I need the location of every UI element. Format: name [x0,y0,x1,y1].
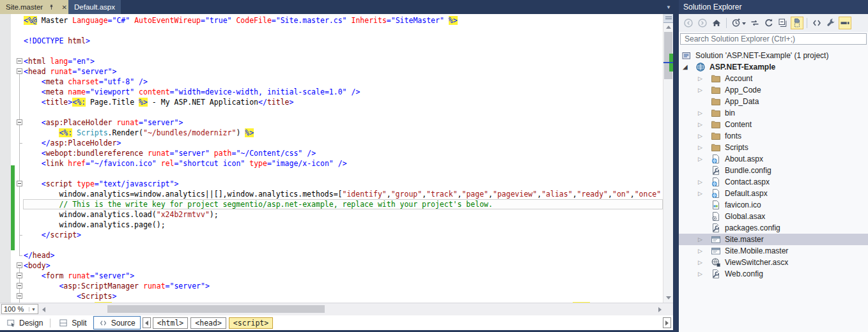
expand-arrow-icon[interactable]: ▷ [698,155,702,163]
code-line-18[interactable]: window.analytics=window.analytics||[],wi… [24,189,661,199]
show-all-files-icon[interactable] [791,17,803,29]
breadcrumb-scroll-right-button[interactable] [663,317,671,328]
tree-item-asp-net-example[interactable]: ◢ASP.NET-Example [679,61,868,73]
code-line-21[interactable]: window.analytics.page(); [24,220,166,230]
code-line-15[interactable]: <link href="~/favicon.ico" rel="shortcut… [24,158,347,169]
expand-arrow-icon[interactable]: ▷ [698,132,702,140]
tree-item-about-aspx[interactable]: ▷About.aspx [679,153,868,165]
pin-icon[interactable] [47,3,56,11]
solution-explorer-search-input[interactable]: Search Solution Explorer (Ctrl+;) [680,33,867,45]
document-well-dropdown-icon[interactable]: ▼ [666,4,671,10]
close-icon[interactable]: ✕ [60,3,68,11]
tree-item-label: Content [725,120,752,129]
tree-item-scripts[interactable]: ▷Scripts [679,142,868,153]
back-icon[interactable] [682,17,695,29]
preview-selected-icon[interactable] [839,17,851,29]
code-line-13[interactable]: </asp:PlaceHolder> [24,138,121,148]
collapse-arrow-icon[interactable]: ◢ [683,63,688,72]
code-line-20[interactable]: window.analytics.load("x24b2rmtvv"); [24,209,219,220]
view-code-icon[interactable] [810,17,823,29]
home-icon[interactable] [710,17,723,29]
tree-item-solution-asp-net-example-1-project[interactable]: Solution 'ASP.NET-Example' (1 project) [679,50,868,61]
split-icon [59,318,68,328]
code-line-19[interactable]: // This is the write key for project seg… [24,199,493,209]
tree-item-label: Site.master [725,235,764,244]
editor-vertical-scrollbar[interactable] [663,14,673,303]
expand-arrow-icon[interactable]: ▷ [698,258,702,267]
tab-site-master[interactable]: Site.master ✕ [0,0,74,14]
tree-item-packages-config[interactable]: packages.config [679,222,868,234]
tree-item-favicon-ico[interactable]: favicon.ico [679,199,868,211]
expand-arrow-icon[interactable]: ▷ [698,177,702,186]
tree-item-account[interactable]: ▷Account [679,73,868,84]
scroll-down-icon[interactable] [666,296,671,299]
scroll-right-icon[interactable] [658,307,662,312]
history-icon[interactable] [730,17,743,29]
tree-item-site-mobile-master[interactable]: ▷Site.Mobile.master [679,245,868,257]
code-editor[interactable]: <%@ Master Language="C#" AutoEventWireup… [0,14,673,303]
code-line-14[interactable]: <webopt:bundlereference runat="server" p… [24,148,316,158]
code-line-22[interactable]: </script> [24,230,81,240]
tab-default-aspx[interactable]: Default.aspx [68,0,121,14]
tree-item-web-config[interactable]: ▷Web.config [679,268,868,280]
code-line-7[interactable]: <meta charset="utf-8" /> [24,77,148,87]
expand-arrow-icon[interactable]: ▷ [698,86,702,94]
code-line-12[interactable]: <%: Scripts.Render("~/bundles/modernizr"… [24,128,254,138]
expand-arrow-icon[interactable]: ▷ [698,235,702,244]
code-line-5[interactable]: <html lang="en"> [24,56,95,66]
tree-item-app-code[interactable]: ▷App_Code [679,84,868,96]
sync-with-active-document-icon[interactable] [748,17,761,29]
code-line-3[interactable]: <!DOCTYPE html> [24,36,90,46]
code-line-1[interactable]: <%@ Master Language="C#" AutoEventWireup… [24,15,458,26]
code-line-17[interactable]: <script type="text/javascript"> [24,179,178,189]
expand-arrow-icon[interactable]: ▷ [698,109,702,117]
horizontal-scroll-thumb[interactable] [107,305,325,313]
expand-arrow-icon[interactable]: ▷ [698,143,702,152]
tree-item-content[interactable]: ▷Content [679,119,868,130]
code-line-24[interactable]: </head> [24,250,55,260]
breadcrumb-tag-chip[interactable]: <script> [229,317,273,329]
code-line-8[interactable]: <meta name="viewport" content="width=dev… [24,87,360,97]
tree-item-viewswitcher-ascx[interactable]: ▷ViewSwitcher.ascx [679,257,868,268]
code-line-9[interactable]: <title><%: Page.Title %> - My ASP.NET Ap… [24,97,293,107]
code-line-25[interactable]: <body> [24,260,50,271]
tree-item-app-data[interactable]: App_Data [679,96,868,107]
zoom-level-combo[interactable]: 100 % ▼ [1,304,38,314]
ascx-icon [711,257,721,268]
view-button-design[interactable]: Design [1,316,48,329]
tree-item-site-master[interactable]: ▷Site.master [679,234,868,245]
forward-icon[interactable] [696,17,709,29]
source-icon [98,318,108,328]
expand-arrow-icon[interactable]: ▷ [698,120,702,129]
code-line-28[interactable]: <Scripts> [24,291,116,301]
separator [807,18,807,28]
refresh-icon[interactable] [763,17,775,29]
code-line-26[interactable]: <form runat="server"> [24,271,134,281]
code-line-11[interactable]: <asp:PlaceHolder runat="server"> [24,117,183,128]
view-button-split[interactable]: Split [54,316,91,329]
tree-item-bundle-config[interactable]: Bundle.config [679,165,868,176]
tree-item-bin[interactable]: ▷bin [679,107,868,119]
expand-arrow-icon[interactable]: ▷ [698,269,702,278]
breadcrumb-scroll-left-button[interactable] [143,317,151,328]
expand-arrow-icon[interactable]: ▷ [698,246,702,255]
tree-item-global-asax[interactable]: Global.asax [679,211,868,222]
solution-explorer-title[interactable]: Solution Explorer [679,0,868,14]
tree-item-label: favicon.ico [725,200,761,209]
expand-arrow-icon[interactable]: ▷ [698,189,702,198]
view-button-source[interactable]: Source [93,316,141,329]
collapse-all-icon[interactable] [777,17,789,29]
expand-arrow-icon[interactable]: ▷ [698,74,702,83]
scroll-up-icon[interactable] [666,26,671,29]
scroll-left-icon[interactable] [42,307,45,312]
splitter-handle-icon[interactable] [663,14,673,23]
tree-item-default-aspx[interactable]: ▷Default.aspx [679,188,868,199]
code-lines[interactable]: <%@ Master Language="C#" AutoEventWireup… [0,14,663,303]
code-line-27[interactable]: <asp:ScriptManager runat="server"> [24,281,210,291]
breadcrumb-tag-chip[interactable]: <html> [153,317,189,329]
breadcrumb-tag-chip[interactable]: <head> [190,317,226,329]
tree-item-fonts[interactable]: ▷fonts [679,130,868,142]
tree-item-contact-aspx[interactable]: ▷Contact.aspx [679,176,868,188]
code-line-6[interactable]: <head runat="server"> [24,66,116,77]
properties-icon[interactable] [825,17,837,29]
